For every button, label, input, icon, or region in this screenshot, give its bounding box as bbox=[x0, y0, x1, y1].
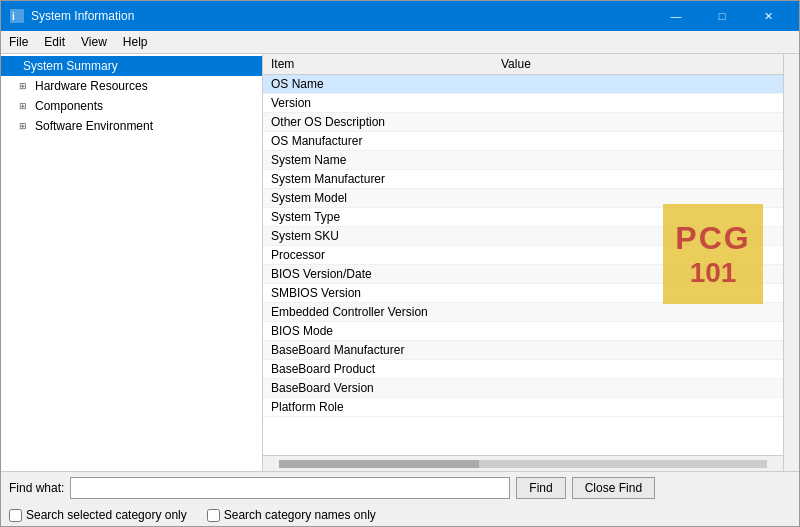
row-value bbox=[493, 113, 783, 132]
row-item: OS Manufacturer bbox=[263, 132, 493, 151]
watermark-line1: PCG bbox=[675, 220, 750, 257]
row-item: System Manufacturer bbox=[263, 170, 493, 189]
menu-bar: File Edit View Help bbox=[1, 31, 799, 54]
row-item: BaseBoard Product bbox=[263, 360, 493, 379]
sidebar-item-system-summary[interactable]: System Summary bbox=[1, 56, 262, 76]
sidebar-label-components: Components bbox=[35, 99, 103, 113]
row-value bbox=[493, 379, 783, 398]
row-item: BaseBoard Version bbox=[263, 379, 493, 398]
app-icon: i bbox=[9, 8, 25, 24]
table-row: System Manufacturer bbox=[263, 170, 783, 189]
row-value bbox=[493, 303, 783, 322]
sidebar-item-components[interactable]: ⊞ Components bbox=[1, 96, 262, 116]
row-item: BIOS Mode bbox=[263, 322, 493, 341]
window-controls: — □ ✕ bbox=[653, 1, 791, 31]
horizontal-scrollbar[interactable] bbox=[263, 455, 783, 471]
minimize-button[interactable]: — bbox=[653, 1, 699, 31]
row-item: Processor bbox=[263, 246, 493, 265]
row-value bbox=[493, 132, 783, 151]
title-bar: i System Information — □ ✕ bbox=[1, 1, 799, 31]
table-row: BaseBoard Manufacturer bbox=[263, 341, 783, 360]
row-value bbox=[493, 398, 783, 417]
find-input[interactable] bbox=[70, 477, 510, 499]
table-row: BaseBoard Version bbox=[263, 379, 783, 398]
sidebar-label-hardware: Hardware Resources bbox=[35, 79, 148, 93]
sidebar-item-software-environment[interactable]: ⊞ Software Environment bbox=[1, 116, 262, 136]
sidebar: System Summary ⊞ Hardware Resources ⊞ Co… bbox=[1, 54, 263, 471]
find-bar: Find what: Find Close Find bbox=[1, 472, 799, 504]
vertical-scrollbar[interactable] bbox=[783, 54, 799, 471]
table-row: Platform Role bbox=[263, 398, 783, 417]
row-item: System SKU bbox=[263, 227, 493, 246]
checkbox-selected-category[interactable]: Search selected category only bbox=[9, 508, 187, 522]
table-row: Version bbox=[263, 94, 783, 113]
checkboxes-bar: Search selected category only Search cat… bbox=[1, 504, 799, 526]
content-area: Item Value OS NameVersionOther OS Descri… bbox=[263, 54, 783, 471]
checkbox-category-names[interactable]: Search category names only bbox=[207, 508, 376, 522]
row-value bbox=[493, 94, 783, 113]
column-item: Item bbox=[263, 54, 493, 75]
row-item: Version bbox=[263, 94, 493, 113]
maximize-button[interactable]: □ bbox=[699, 1, 745, 31]
row-item: SMBIOS Version bbox=[263, 284, 493, 303]
table-row: BaseBoard Product bbox=[263, 360, 783, 379]
expand-icon-software: ⊞ bbox=[19, 121, 35, 131]
row-value bbox=[493, 75, 783, 94]
row-item: System Name bbox=[263, 151, 493, 170]
close-find-button[interactable]: Close Find bbox=[572, 477, 655, 499]
table-row: Embedded Controller Version bbox=[263, 303, 783, 322]
row-item: OS Name bbox=[263, 75, 493, 94]
menu-file[interactable]: File bbox=[1, 33, 36, 51]
bottom-area: Find what: Find Close Find Search select… bbox=[1, 471, 799, 526]
expand-icon-components: ⊞ bbox=[19, 101, 35, 111]
window-title: System Information bbox=[31, 9, 653, 23]
table-row: OS Manufacturer bbox=[263, 132, 783, 151]
row-value bbox=[493, 341, 783, 360]
row-item: Other OS Description bbox=[263, 113, 493, 132]
sidebar-label-system-summary: System Summary bbox=[23, 59, 118, 73]
menu-edit[interactable]: Edit bbox=[36, 33, 73, 51]
menu-help[interactable]: Help bbox=[115, 33, 156, 51]
table-row: BIOS Mode bbox=[263, 322, 783, 341]
table-row: System Name bbox=[263, 151, 783, 170]
row-value bbox=[493, 360, 783, 379]
row-item: BaseBoard Manufacturer bbox=[263, 341, 493, 360]
watermark-line2: 101 bbox=[690, 257, 737, 289]
close-button[interactable]: ✕ bbox=[745, 1, 791, 31]
row-item: System Model bbox=[263, 189, 493, 208]
watermark: PCG 101 bbox=[663, 204, 763, 304]
row-item: Platform Role bbox=[263, 398, 493, 417]
find-button[interactable]: Find bbox=[516, 477, 565, 499]
row-item: System Type bbox=[263, 208, 493, 227]
column-value: Value bbox=[493, 54, 783, 75]
row-value bbox=[493, 170, 783, 189]
expand-icon-hardware: ⊞ bbox=[19, 81, 35, 91]
table-row: OS Name bbox=[263, 75, 783, 94]
checkbox-names-label: Search category names only bbox=[224, 508, 376, 522]
row-value bbox=[493, 151, 783, 170]
sidebar-item-hardware-resources[interactable]: ⊞ Hardware Resources bbox=[1, 76, 262, 96]
h-scroll-thumb[interactable] bbox=[279, 460, 479, 468]
h-scroll-track[interactable] bbox=[279, 460, 767, 468]
row-value bbox=[493, 322, 783, 341]
checkbox-selected-label: Search selected category only bbox=[26, 508, 187, 522]
sidebar-label-software: Software Environment bbox=[35, 119, 153, 133]
row-item: Embedded Controller Version bbox=[263, 303, 493, 322]
table-row: Other OS Description bbox=[263, 113, 783, 132]
main-area: System Summary ⊞ Hardware Resources ⊞ Co… bbox=[1, 54, 799, 471]
menu-view[interactable]: View bbox=[73, 33, 115, 51]
checkbox-selected-input[interactable] bbox=[9, 509, 22, 522]
row-item: BIOS Version/Date bbox=[263, 265, 493, 284]
find-label: Find what: bbox=[9, 481, 64, 495]
svg-text:i: i bbox=[12, 11, 15, 22]
checkbox-names-input[interactable] bbox=[207, 509, 220, 522]
system-information-window: i System Information — □ ✕ File Edit Vie… bbox=[0, 0, 800, 527]
